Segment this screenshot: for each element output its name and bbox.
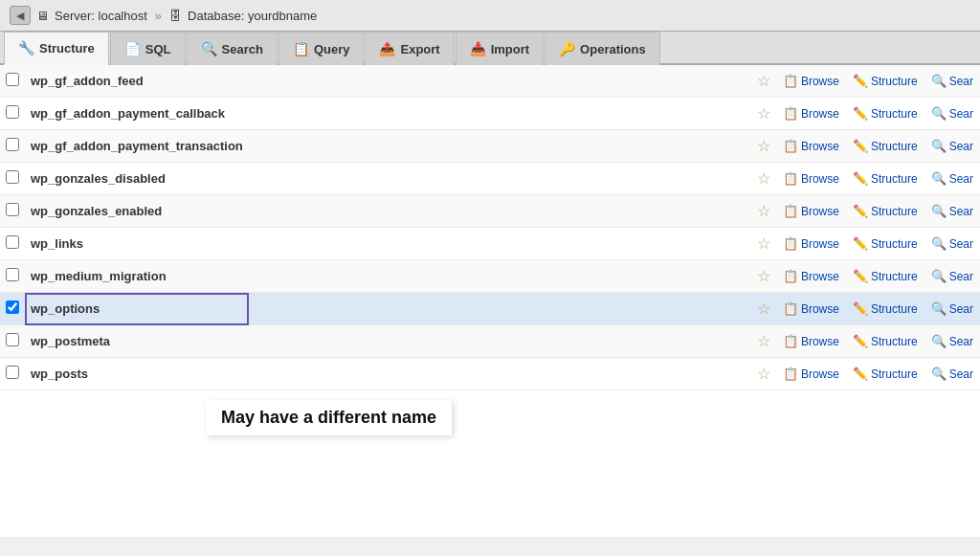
search-action[interactable]: 🔍 Sear [924, 65, 980, 98]
tab-structure[interactable]: 🔧 Structure [4, 32, 109, 65]
browse-link[interactable]: 📋 Browse [780, 333, 842, 349]
search-action[interactable]: 🔍 Sear [924, 163, 980, 195]
table-name[interactable]: wp_gonzales_enabled [25, 195, 249, 228]
search-link[interactable]: 🔍 Sear [928, 366, 976, 382]
structure-action[interactable]: ✏️ Structure [846, 325, 924, 358]
search-action[interactable]: 🔍 Sear [924, 260, 980, 293]
star-cell[interactable]: ☆ [751, 260, 776, 293]
structure-action[interactable]: ✏️ Structure [846, 358, 924, 390]
search-link[interactable]: 🔍 Sear [928, 268, 976, 284]
table-name[interactable]: wp_gf_addon_payment_transaction [25, 130, 249, 163]
row-checkbox[interactable] [6, 333, 19, 346]
browse-link[interactable]: 📋 Browse [780, 170, 842, 187]
structure-link[interactable]: ✏️ Structure [850, 333, 921, 349]
structure-action[interactable]: ✏️ Structure [846, 195, 924, 228]
row-checkbox[interactable] [6, 105, 19, 119]
structure-link[interactable]: ✏️ Structure [850, 203, 921, 219]
row-checkbox[interactable] [6, 300, 19, 314]
structure-action[interactable]: ✏️ Structure [846, 260, 924, 293]
structure-link[interactable]: ✏️ Structure [850, 105, 921, 122]
structure-action[interactable]: ✏️ Structure [846, 293, 924, 325]
table-name[interactable]: wp_gf_addon_feed [25, 65, 249, 98]
star-cell[interactable]: ☆ [751, 358, 776, 390]
structure-action[interactable]: ✏️ Structure [846, 98, 924, 130]
search-link[interactable]: 🔍 Sear [928, 138, 976, 154]
browse-action[interactable]: 📋 Browse [776, 65, 846, 98]
table-name[interactable]: wp_links [25, 228, 249, 260]
table-name[interactable]: wp_medium_migration [25, 260, 249, 293]
browse-link[interactable]: 📋 Browse [780, 366, 842, 382]
row-checkbox[interactable] [6, 138, 19, 151]
browse-link[interactable]: 📋 Browse [780, 138, 842, 154]
search-link[interactable]: 🔍 Sear [928, 235, 976, 252]
structure-link[interactable]: ✏️ Structure [850, 268, 921, 284]
search-link[interactable]: 🔍 Sear [928, 105, 976, 122]
structure-action[interactable]: ✏️ Structure [846, 163, 924, 195]
star-cell[interactable]: ☆ [751, 195, 776, 228]
structure-link[interactable]: ✏️ Structure [850, 170, 921, 187]
structure-link[interactable]: ✏️ Structure [850, 366, 921, 382]
tab-sql[interactable]: 📄 SQL [110, 32, 186, 65]
search-link[interactable]: 🔍 Sear [928, 203, 976, 219]
star-cell[interactable]: ☆ [751, 98, 776, 130]
browse-action[interactable]: 📋 Browse [776, 228, 846, 260]
star-cell[interactable]: ☆ [751, 325, 776, 358]
browse-action[interactable]: 📋 Browse [776, 130, 846, 163]
table-name[interactable]: wp_posts [25, 358, 249, 390]
star-cell[interactable]: ☆ [751, 130, 776, 163]
star-cell[interactable]: ☆ [751, 163, 776, 195]
browse-action[interactable]: 📋 Browse [776, 98, 846, 130]
browse-link[interactable]: 📋 Browse [780, 203, 842, 219]
structure-action[interactable]: ✏️ Structure [846, 65, 924, 98]
row-checkbox[interactable] [6, 366, 19, 379]
row-checkbox[interactable] [6, 170, 19, 184]
row-checkbox[interactable] [6, 268, 19, 281]
search-action[interactable]: 🔍 Sear [924, 325, 980, 358]
search-action[interactable]: 🔍 Sear [924, 98, 980, 130]
table-name[interactable]: wp_gf_addon_payment_callback [25, 98, 249, 130]
structure-link[interactable]: ✏️ Structure [850, 138, 921, 154]
browse-action[interactable]: 📋 Browse [776, 195, 846, 228]
browse-action[interactable]: 📋 Browse [776, 325, 846, 358]
browse-action[interactable]: 📋 Browse [776, 293, 846, 325]
table-name[interactable]: wp_postmeta [25, 325, 249, 358]
structure-action[interactable]: ✏️ Structure [846, 228, 924, 260]
star-cell[interactable]: ☆ [751, 228, 776, 260]
browse-action[interactable]: 📋 Browse [776, 260, 846, 293]
tab-operations[interactable]: 🔑 Operations [545, 32, 660, 65]
browse-action[interactable]: 📋 Browse [776, 358, 846, 390]
search-action[interactable]: 🔍 Sear [924, 228, 980, 260]
browse-link[interactable]: 📋 Browse [780, 105, 842, 122]
structure-link[interactable]: ✏️ Structure [850, 300, 921, 317]
back-button[interactable]: ◀ [10, 6, 31, 25]
search-action[interactable]: 🔍 Sear [924, 293, 980, 325]
tab-search[interactable]: 🔍 Search [187, 32, 278, 65]
tab-query[interactable]: 📋 Query [278, 32, 365, 65]
browse-action[interactable]: 📋 Browse [776, 163, 846, 195]
star-icon: ☆ [757, 170, 770, 187]
search-action[interactable]: 🔍 Sear [924, 358, 980, 390]
search-action[interactable]: 🔍 Sear [924, 195, 980, 228]
row-checkbox[interactable] [6, 73, 19, 86]
row-checkbox[interactable] [6, 235, 19, 249]
browse-link[interactable]: 📋 Browse [780, 73, 842, 89]
row-checkbox[interactable] [6, 203, 19, 216]
structure-action[interactable]: ✏️ Structure [846, 130, 924, 163]
tab-export[interactable]: 📤 Export [365, 32, 454, 65]
search-link[interactable]: 🔍 Sear [928, 300, 976, 317]
search-link[interactable]: 🔍 Sear [928, 333, 976, 349]
tab-import[interactable]: 📥 Import [456, 32, 544, 65]
browse-link[interactable]: 📋 Browse [780, 300, 842, 317]
search-link[interactable]: 🔍 Sear [928, 170, 976, 187]
structure-link[interactable]: ✏️ Structure [850, 73, 921, 89]
search-action[interactable]: 🔍 Sear [924, 130, 980, 163]
search-icon: 🔍 [931, 367, 947, 381]
browse-link[interactable]: 📋 Browse [780, 235, 842, 252]
table-name[interactable]: wp_gonzales_disabled [25, 163, 249, 195]
star-cell[interactable]: ☆ [751, 293, 776, 325]
browse-link[interactable]: 📋 Browse [780, 268, 842, 284]
search-link[interactable]: 🔍 Sear [928, 73, 976, 89]
star-cell[interactable]: ☆ [751, 65, 776, 98]
structure-link[interactable]: ✏️ Structure [850, 235, 921, 252]
table-name[interactable]: wp_options [25, 293, 249, 325]
